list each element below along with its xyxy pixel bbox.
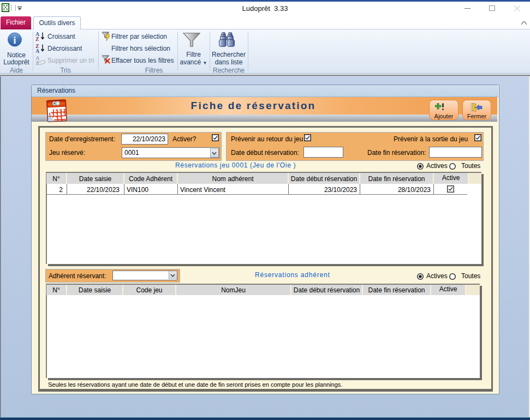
svg-text:Z: Z: [35, 36, 39, 41]
svg-text:i: i: [13, 34, 16, 46]
svg-text:A: A: [35, 48, 40, 53]
